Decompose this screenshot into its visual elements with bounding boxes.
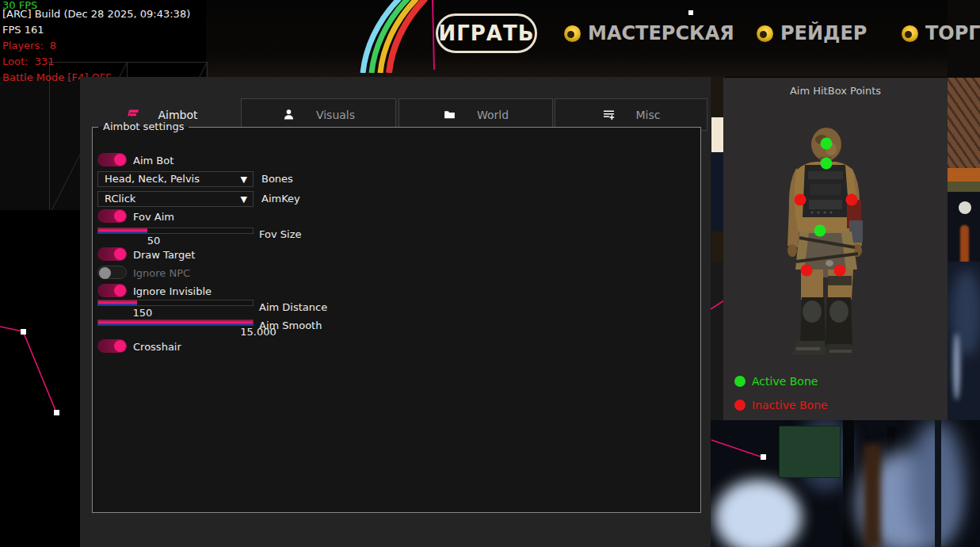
tab-label: Misc — [636, 109, 661, 121]
tab-world[interactable]: World — [398, 98, 553, 131]
exit-sign — [779, 426, 841, 478]
flag-icon — [127, 108, 140, 121]
tab-label: Visuals — [316, 109, 355, 121]
ignore-invisible-toggle[interactable] — [97, 284, 127, 297]
crosshair-label: Crosshair — [133, 341, 181, 353]
nav-item-workshop[interactable]: МАСТЕРСКАЯ — [564, 22, 734, 44]
ignore-npc-label: Ignore NPC — [133, 267, 190, 279]
inactive-bone-dot — [734, 400, 745, 411]
aim-smooth-slider[interactable] — [97, 319, 254, 326]
ignore-npc-toggle[interactable] — [97, 266, 127, 279]
build-info: [ARC] Build (Dec 28 2025, 09:43:38) — [2, 8, 190, 20]
crosshair-toggle[interactable] — [97, 339, 127, 353]
nav-item-trader[interactable]: ТОРГО — [902, 22, 980, 44]
coin-icon — [564, 25, 581, 42]
coin-icon — [757, 25, 773, 42]
fps-label: FPS 161 — [2, 24, 44, 36]
fov-aim-toggle[interactable] — [97, 209, 127, 223]
coin-icon — [902, 25, 918, 42]
aim-bot-toggle[interactable] — [97, 153, 127, 166]
bone-point-left-elbow — [795, 194, 806, 206]
active-bone-label: Active Bone — [752, 375, 818, 388]
aim-hitbox-panel: Aim HitBox Points — [723, 78, 948, 420]
aim-distance-slider[interactable] — [97, 300, 254, 306]
bones-dropdown[interactable]: Head, Neck, Pelvis ▼ — [97, 171, 254, 187]
rainbow-stripes — [341, 0, 432, 73]
person-icon — [282, 108, 296, 121]
aim-distance-slider-fill — [98, 300, 137, 305]
bone-point-right-elbow — [846, 194, 858, 206]
fov-size-slider[interactable] — [97, 228, 254, 234]
active-bone-dot — [734, 376, 745, 387]
aim-distance-label: Aim Distance — [259, 301, 327, 313]
nav-label: РЕЙДЕР — [780, 22, 867, 44]
fov-size-slider-fill — [98, 228, 147, 233]
chevron-down-icon: ▼ — [241, 193, 247, 207]
tab-label: Aimbot — [158, 109, 197, 121]
bone-point-head — [821, 138, 833, 150]
aim-distance-value: 150 — [119, 307, 166, 319]
draw-target-toggle[interactable] — [97, 247, 127, 261]
screen: 30 FPS [ARC] Build (Dec 28 2025, 09:43:3… — [0, 0, 980, 547]
tab-visuals[interactable]: Visuals — [241, 98, 396, 131]
group-title: Aimbot settings — [98, 120, 189, 132]
fov-size-label: Fov Size — [259, 228, 301, 240]
legend-active-bone: Active Bone — [734, 375, 818, 388]
background-structure — [0, 77, 80, 210]
aimkey-label: AimKey — [261, 193, 300, 205]
aim-smooth-label: Aim Smooth — [259, 319, 322, 331]
nav-item-raider[interactable]: РЕЙДЕР — [757, 22, 867, 44]
ignore-invisible-label: Ignore Invisible — [133, 285, 212, 297]
legend-inactive-bone: Inactive Bone — [734, 399, 828, 411]
tab-misc[interactable]: Misc — [555, 98, 707, 131]
inactive-bone-label: Inactive Bone — [752, 399, 828, 411]
aim-bot-label: Aim Bot — [133, 155, 174, 166]
aim-smooth-slider-fill — [98, 320, 253, 325]
play-button[interactable]: ИГРАТЬ — [436, 13, 537, 53]
chevron-down-icon: ▼ — [241, 173, 247, 187]
bone-point-right-thigh — [834, 265, 846, 277]
loot-count: Loot: 331 — [2, 55, 54, 67]
bone-point-neck — [821, 158, 833, 170]
bones-dropdown-value: Head, Neck, Pelvis — [105, 173, 200, 185]
bone-point-pelvis — [814, 225, 826, 237]
aimkey-dropdown-value: RClick — [105, 193, 135, 205]
aimkey-dropdown[interactable]: RClick ▼ — [97, 191, 254, 207]
folder-icon — [443, 108, 456, 121]
bone-point-left-thigh — [801, 265, 813, 277]
players-count: Players: 8 — [2, 40, 56, 52]
nav-label: МАСТЕРСКАЯ — [588, 22, 734, 44]
draw-target-label: Draw Target — [133, 249, 195, 261]
scene-lower-right — [711, 420, 980, 547]
cheat-menu-panel: Aimbot Visuals World — [80, 77, 711, 547]
fov-size-value: 50 — [130, 235, 177, 247]
nav-label: ТОРГО — [925, 22, 980, 44]
tab-label: World — [477, 109, 509, 121]
sliders-plus-icon — [602, 108, 616, 121]
bone-points-layer — [723, 78, 948, 420]
bones-label: Bones — [261, 173, 293, 185]
fov-aim-label: Fov Aim — [133, 211, 174, 223]
